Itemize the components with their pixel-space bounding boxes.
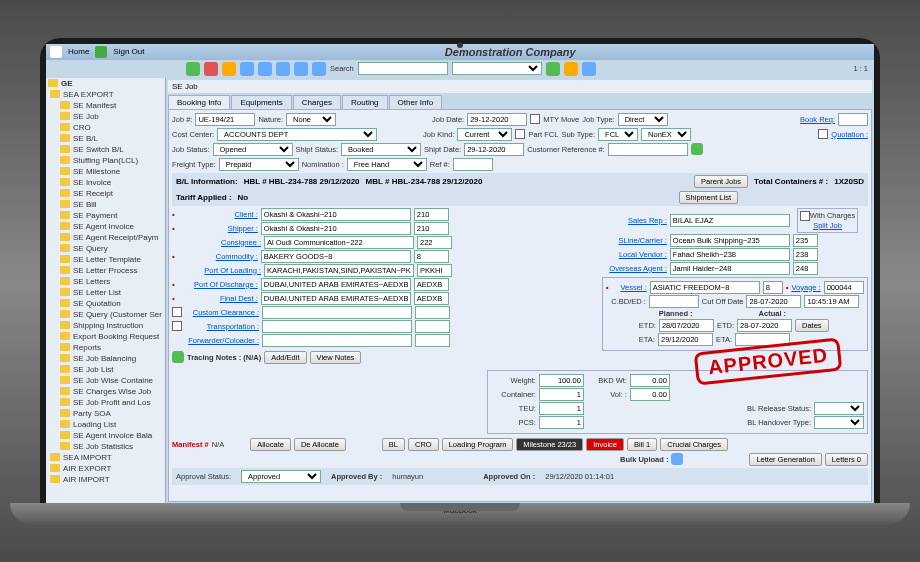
final-dest-code-input[interactable]	[414, 292, 449, 305]
nav-prev-icon[interactable]	[276, 62, 290, 76]
sline-code-input[interactable]	[793, 234, 818, 247]
add-icon[interactable]	[186, 62, 200, 76]
sidebar-item[interactable]: SE Letter Process	[46, 265, 165, 276]
sidebar-item[interactable]: SE Letter List	[46, 287, 165, 298]
deallocate-button[interactable]: De Allocate	[294, 438, 346, 451]
signout-icon[interactable]	[95, 46, 107, 58]
pol-input[interactable]	[264, 264, 414, 277]
job-status-select[interactable]: Opened	[213, 143, 293, 156]
save-icon[interactable]	[222, 62, 236, 76]
sidebar-item[interactable]: SE Manifest	[46, 100, 165, 111]
invoice-button[interactable]: Invoice	[586, 438, 624, 451]
home-icon[interactable]	[50, 46, 62, 58]
bl-button[interactable]: BL	[382, 438, 405, 451]
custom-clear-input[interactable]	[262, 306, 412, 319]
cutoff-time-input[interactable]	[804, 295, 859, 308]
add-edit-notes-button[interactable]: Add/Edit	[264, 351, 306, 364]
ship-status-select[interactable]: Booked	[341, 143, 421, 156]
part-fcl-checkbox[interactable]	[515, 129, 525, 139]
bl-handover-select[interactable]	[814, 416, 864, 429]
tab-other-info[interactable]: Other Info	[389, 95, 443, 109]
teu-input[interactable]	[539, 402, 584, 415]
eta-planned-input[interactable]	[658, 333, 713, 346]
sign-out-link[interactable]: Sign Out	[113, 47, 144, 56]
vendor-code-input[interactable]	[793, 248, 818, 261]
crucial-charges-button[interactable]: Crucial Charges	[660, 438, 728, 451]
letters-button[interactable]: Letters 0	[825, 453, 868, 466]
sidebar-item[interactable]: SE Invoice	[46, 177, 165, 188]
etd-planned-input[interactable]	[659, 319, 714, 332]
sidebar-item[interactable]: SE Payment	[46, 210, 165, 221]
custom-clear-checkbox[interactable]	[172, 307, 182, 317]
sidebar-item[interactable]: Loading List	[46, 419, 165, 430]
pcs-input[interactable]	[539, 416, 584, 429]
pod-input[interactable]	[261, 278, 411, 291]
client-input[interactable]	[261, 208, 411, 221]
sub-type2-select[interactable]: NonEX	[641, 128, 691, 141]
vendor-input[interactable]	[670, 248, 790, 261]
ref-input[interactable]	[453, 158, 493, 171]
sidebar-item[interactable]: SE Job Profit and Los	[46, 397, 165, 408]
print-icon[interactable]	[582, 62, 596, 76]
sidebar-item[interactable]: SEA EXPORT	[46, 89, 165, 100]
commodity-code-input[interactable]	[414, 250, 449, 263]
bl-status-select[interactable]	[814, 402, 864, 415]
sidebar-item[interactable]: SE Milestone	[46, 166, 165, 177]
cro-button[interactable]: CRO	[408, 438, 439, 451]
voyage-link[interactable]: Voyage :	[791, 283, 820, 292]
sidebar-item[interactable]: SE Agent Receipt/Paym	[46, 232, 165, 243]
cbd-input[interactable]	[649, 295, 699, 308]
consignee-link[interactable]: Consignee :	[181, 238, 261, 247]
client-link[interactable]: Client :	[178, 210, 258, 219]
forwarder-input[interactable]	[262, 334, 412, 347]
custom-clear-link[interactable]: Custom Clearance :	[185, 308, 259, 317]
bulk-upload-icon[interactable]	[671, 453, 683, 465]
freight-type-select[interactable]: Prepaid	[219, 158, 299, 171]
sub-type-select[interactable]: FCL	[598, 128, 638, 141]
sidebar-item[interactable]: SE Charges Wise Job	[46, 386, 165, 397]
vessel-link[interactable]: Vessel :	[612, 283, 647, 292]
sidebar-item[interactable]: SE Receipt	[46, 188, 165, 199]
transport-link[interactable]: Transportation :	[185, 322, 259, 331]
sidebar-item[interactable]: SE Letters	[46, 276, 165, 287]
nature-select[interactable]: None	[286, 113, 336, 126]
dates-button[interactable]: Dates	[795, 319, 829, 332]
letter-generation-button[interactable]: Letter Generation	[749, 453, 821, 466]
search-input[interactable]	[358, 62, 448, 75]
sidebar-item[interactable]: SE Bill	[46, 199, 165, 210]
split-job-link[interactable]: Split Job	[813, 221, 842, 230]
agent-link[interactable]: Overseas Agent :	[602, 264, 667, 273]
consignee-code-input[interactable]	[417, 236, 452, 249]
etd-actual-input[interactable]	[737, 319, 792, 332]
sidebar-item[interactable]: GE	[46, 78, 165, 89]
sidebar-item[interactable]: SE Query	[46, 243, 165, 254]
final-dest-input[interactable]	[261, 292, 411, 305]
search-type-select[interactable]	[452, 62, 542, 75]
refresh-icon[interactable]	[240, 62, 254, 76]
tab-routing[interactable]: Routing	[342, 95, 388, 109]
nav-last-icon[interactable]	[312, 62, 326, 76]
job-date-input[interactable]	[467, 113, 527, 126]
sidebar-item[interactable]: Party SOA	[46, 408, 165, 419]
book-req-link[interactable]: Book Req:	[800, 115, 835, 124]
nav-first-icon[interactable]	[258, 62, 272, 76]
cust-ref-input[interactable]	[608, 143, 688, 156]
sidebar-item[interactable]: SE Agent Invoice	[46, 221, 165, 232]
vessel-code-input[interactable]	[763, 281, 783, 294]
tab-booking-info[interactable]: Booking Info	[168, 95, 230, 109]
sidebar-item[interactable]: SE Job	[46, 111, 165, 122]
nomination-select[interactable]: Free Hand	[347, 158, 427, 171]
sales-rep-link[interactable]: Sales Rep :	[602, 216, 667, 225]
shipper-link[interactable]: Shipper :	[178, 224, 258, 233]
search-go-icon[interactable]	[546, 62, 560, 76]
sidebar-item[interactable]: SE Switch B/L	[46, 144, 165, 155]
sidebar-item[interactable]: SE Job Statistics	[46, 441, 165, 452]
bkd-input[interactable]	[630, 374, 670, 387]
sidebar-item[interactable]: AIR IMPORT	[46, 474, 165, 485]
vendor-link[interactable]: Local Vendor :	[602, 250, 667, 259]
parent-jobs-button[interactable]: Parent Jobs	[694, 175, 748, 188]
container-input[interactable]	[539, 388, 584, 401]
sidebar-item[interactable]: SE Job Wise Containe	[46, 375, 165, 386]
view-notes-button[interactable]: View Notes	[310, 351, 362, 364]
sidebar-item[interactable]: SE Quotation	[46, 298, 165, 309]
